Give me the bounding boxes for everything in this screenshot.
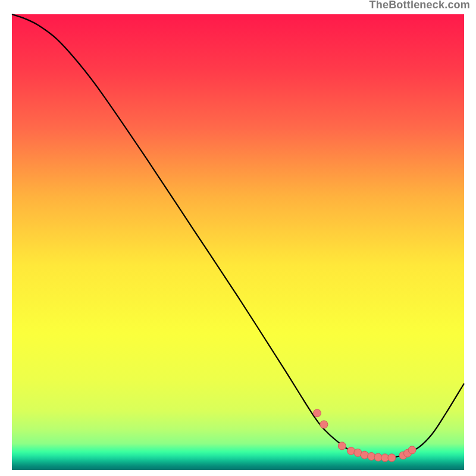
curve-marker xyxy=(314,409,321,417)
curve-marker xyxy=(347,447,355,455)
curve-marker xyxy=(408,446,416,454)
curve-marker xyxy=(338,442,346,450)
curve-marker xyxy=(368,453,375,461)
svg-rect-0 xyxy=(12,14,464,470)
curve-marker xyxy=(320,421,328,428)
bottleneck-curve-chart xyxy=(0,0,476,476)
chart-frame: TheBottleneck.com xyxy=(0,0,476,476)
attribution-text: TheBottleneck.com xyxy=(369,0,470,11)
curve-marker xyxy=(388,454,396,462)
curve-marker xyxy=(361,451,368,459)
